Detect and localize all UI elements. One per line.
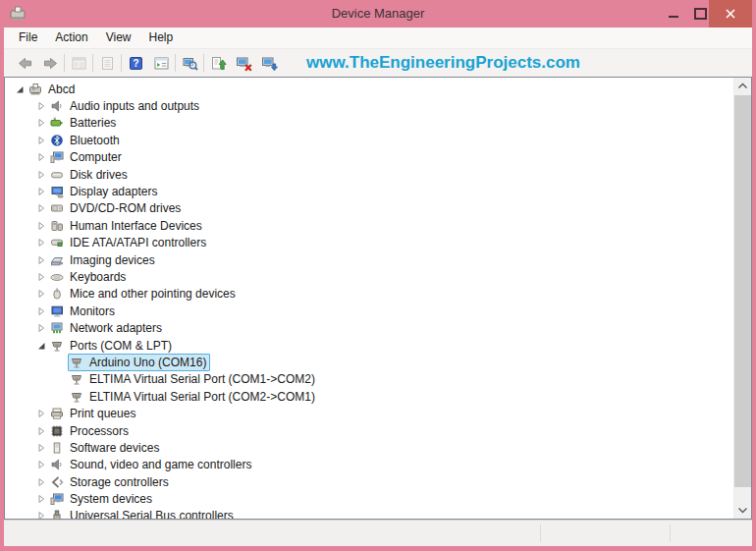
tree-item-system-devices[interactable]: System devices: [5, 490, 734, 507]
uninstall-device-button[interactable]: [231, 51, 256, 75]
back-button[interactable]: [12, 51, 37, 75]
collapsed-chevron-icon[interactable]: [34, 458, 48, 471]
collapsed-chevron-icon[interactable]: [34, 134, 48, 147]
collapsed-chevron-icon[interactable]: [34, 509, 48, 519]
action-pane-button[interactable]: [148, 51, 174, 75]
toolbar-separator: [175, 54, 176, 72]
tree-item-bluetooth[interactable]: Bluetooth: [5, 132, 734, 148]
scrollbar-thumb[interactable]: [734, 95, 751, 487]
tree-item-label: Network adapters: [70, 321, 162, 335]
collapsed-chevron-icon[interactable]: [34, 236, 48, 249]
menu-file[interactable]: File: [10, 28, 46, 48]
tree-item-print-queues[interactable]: Print queues: [5, 405, 734, 421]
tree-item-label: Universal Serial Bus controllers: [70, 509, 234, 519]
tree-item-ports[interactable]: Ports (COM & LPT): [5, 337, 734, 354]
tree-item-software-devices[interactable]: Software devices: [5, 439, 734, 456]
minimize-button[interactable]: [660, 0, 687, 28]
computer-red-x-icon: [236, 55, 252, 72]
scan-hardware-changes-button[interactable]: [177, 51, 202, 75]
expander-spacer: [54, 372, 68, 386]
tree-item-label: Software devices: [70, 441, 159, 455]
tree-item-dvd-drives[interactable]: DVD/CD-ROM drives: [5, 200, 734, 217]
tree-item-label: Ports (COM & LPT): [70, 339, 172, 353]
tree-item-disk-drives[interactable]: Disk drives: [5, 166, 734, 183]
collapsed-chevron-icon[interactable]: [34, 253, 48, 267]
tree-item-eltima-port-2[interactable]: ELTIMA Virtual Serial Port (COM2->COM1): [5, 388, 734, 405]
tree-item-label: Print queues: [70, 407, 135, 420]
tree-item-monitors[interactable]: Monitors: [5, 303, 734, 319]
menu-action[interactable]: Action: [46, 28, 96, 48]
serial-port-icon: [70, 390, 84, 404]
scroll-down-button[interactable]: [734, 502, 751, 519]
tree-item-audio[interactable]: Audio inputs and outputs: [5, 97, 734, 114]
expanded-chevron-icon[interactable]: [13, 83, 27, 96]
tree-item-mice[interactable]: Mice and other pointing devices: [5, 286, 734, 303]
tree-item-label: Mice and other pointing devices: [70, 287, 236, 301]
tree-item-eltima-port-1[interactable]: ELTIMA Virtual Serial Port (COM1->COM2): [5, 371, 734, 388]
close-button[interactable]: [709, 0, 752, 28]
collapsed-chevron-icon[interactable]: [34, 116, 48, 130]
collapsed-chevron-icon[interactable]: [34, 424, 48, 438]
collapsed-chevron-icon[interactable]: [34, 219, 48, 233]
collapsed-chevron-icon[interactable]: [34, 475, 48, 489]
vertical-scrollbar[interactable]: [733, 78, 751, 519]
collapsed-chevron-icon[interactable]: [34, 201, 48, 215]
optical-drive-icon: [50, 201, 65, 215]
collapsed-chevron-icon[interactable]: [34, 492, 48, 506]
menu-help[interactable]: Help: [140, 28, 183, 48]
tree-item-label: Bluetooth: [70, 134, 120, 147]
collapsed-chevron-icon[interactable]: [34, 321, 48, 335]
collapsed-chevron-icon[interactable]: [34, 287, 48, 301]
menu-view[interactable]: View: [97, 28, 140, 48]
arrow-left-icon: [17, 55, 33, 72]
forward-button[interactable]: [37, 51, 63, 75]
tree-item-hid[interactable]: Human Interface Devices: [5, 217, 734, 234]
serial-port-icon: [50, 339, 65, 353]
collapsed-chevron-icon[interactable]: [34, 407, 48, 420]
scroll-up-button[interactable]: [734, 78, 751, 94]
add-legacy-hardware-button[interactable]: [256, 51, 282, 75]
tree-item-display-adapters[interactable]: Display adapters: [5, 183, 734, 199]
collapsed-chevron-icon[interactable]: [34, 150, 48, 164]
tree-item-keyboards[interactable]: Keyboards: [5, 268, 734, 285]
tree-item-label: ELTIMA Virtual Serial Port (COM2->COM1): [89, 390, 315, 404]
serial-port-icon: [70, 372, 84, 386]
disk-drive-icon: [50, 168, 65, 182]
properties-button[interactable]: [94, 51, 120, 75]
collapsed-chevron-icon[interactable]: [34, 441, 48, 455]
tree-item-arduino-uno[interactable]: Arduino Uno (COM16): [5, 354, 734, 370]
chevron-up-icon: [736, 82, 749, 90]
collapsed-chevron-icon[interactable]: [34, 270, 48, 284]
arrow-right-icon: [42, 55, 59, 72]
show-console-tree-button[interactable]: [66, 51, 91, 75]
imaging-device-icon: [50, 253, 65, 267]
tree-item-root[interactable]: Abcd: [5, 81, 734, 97]
tree-item-batteries[interactable]: Batteries: [5, 115, 734, 132]
expanded-chevron-icon[interactable]: [34, 339, 48, 353]
collapsed-chevron-icon[interactable]: [34, 304, 48, 318]
tree-item-sound-controllers[interactable]: Sound, video and game controllers: [5, 457, 734, 473]
hid-icon: [50, 219, 65, 233]
svg-text:?: ?: [133, 57, 138, 69]
titlebar[interactable]: Device Manager: [0, 0, 756, 28]
window-title: Device Manager: [0, 0, 756, 28]
action-pane-icon: [153, 55, 170, 72]
tree-item-computer[interactable]: Computer: [5, 149, 734, 166]
tree-item-usb-controllers[interactable]: Universal Serial Bus controllers: [5, 508, 734, 519]
tree-item-storage-controllers[interactable]: Storage controllers: [5, 473, 734, 490]
tree-item-processors[interactable]: Processors: [5, 422, 734, 439]
tree-item-label: Audio inputs and outputs: [70, 99, 199, 113]
help-button[interactable]: ?: [123, 51, 148, 75]
tree-item-label: Processors: [70, 424, 129, 438]
statusbar: [4, 520, 752, 546]
collapsed-chevron-icon[interactable]: [34, 168, 48, 182]
mouse-icon: [50, 287, 65, 301]
tree-item-network-adapters[interactable]: Network adapters: [5, 319, 734, 336]
tree-item-label: IDE ATA/ATAPI controllers: [70, 236, 206, 249]
tree-item-ide-controllers[interactable]: IDE ATA/ATAPI controllers: [5, 235, 734, 251]
toolbar-separator: [203, 54, 204, 72]
collapsed-chevron-icon[interactable]: [34, 185, 48, 198]
collapsed-chevron-icon[interactable]: [34, 99, 48, 113]
tree-item-imaging-devices[interactable]: Imaging devices: [5, 251, 734, 268]
update-driver-button[interactable]: [205, 51, 231, 75]
